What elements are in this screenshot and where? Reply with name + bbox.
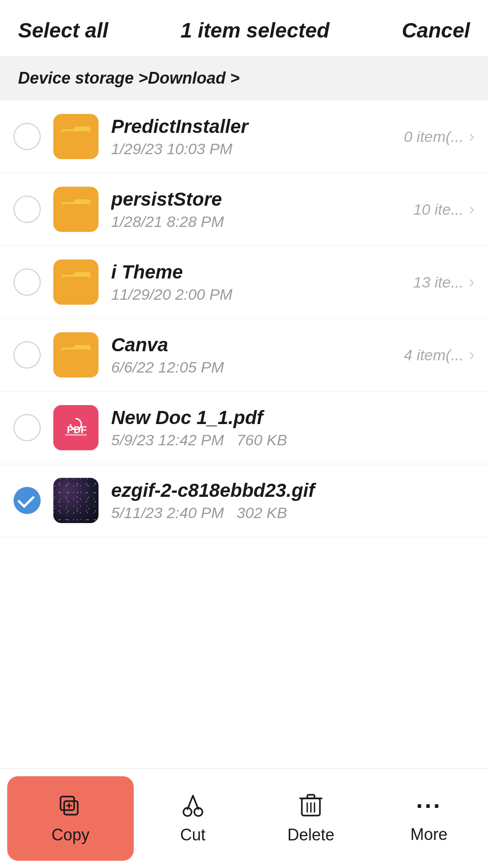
chevron-right-icon: › bbox=[469, 200, 474, 219]
svg-rect-11 bbox=[61, 797, 74, 810]
file-meta: 1/28/21 8:28 PM bbox=[111, 213, 406, 231]
list-item[interactable]: PDF New Doc 1_1.pdf 5/9/23 12:42 PM 760 … bbox=[0, 392, 488, 464]
gif-thumbnail bbox=[53, 478, 99, 523]
file-name: New Doc 1_1.pdf bbox=[111, 407, 467, 429]
more-icon: ··· bbox=[416, 793, 442, 818]
copy-button[interactable]: Copy bbox=[7, 776, 134, 861]
list-item[interactable]: PredictInstaller 1/29/23 10:03 PM 0 item… bbox=[0, 100, 488, 173]
top-bar: Select all 1 item selected Cancel bbox=[0, 0, 488, 56]
file-info: i Theme 11/29/20 2:00 PM bbox=[111, 261, 406, 303]
folder-icon bbox=[53, 259, 99, 305]
cut-icon bbox=[180, 793, 206, 818]
file-meta: 5/9/23 12:42 PM 760 KB bbox=[111, 431, 467, 449]
item-count: 0 item(... bbox=[404, 128, 464, 146]
folder-icon bbox=[53, 187, 99, 232]
select-checkbox[interactable] bbox=[14, 414, 41, 441]
file-info: Canva 6/6/22 12:05 PM bbox=[111, 334, 397, 376]
file-info: persistStore 1/28/21 8:28 PM bbox=[111, 189, 406, 231]
breadcrumb-text: Device storage >Download > bbox=[18, 69, 239, 87]
folder-icon bbox=[53, 114, 99, 159]
file-name: ezgif-2-c818ebbd23.gif bbox=[111, 480, 467, 501]
file-name: persistStore bbox=[111, 189, 406, 210]
list-item[interactable]: Canva 6/6/22 12:05 PM 4 item(... › bbox=[0, 319, 488, 392]
svg-rect-7 bbox=[61, 349, 90, 368]
copy-label: Copy bbox=[52, 826, 89, 844]
copy-icon bbox=[58, 793, 83, 818]
svg-rect-9 bbox=[65, 434, 87, 436]
file-info: PredictInstaller 1/29/23 10:03 PM bbox=[111, 116, 397, 158]
file-meta: 6/6/22 12:05 PM bbox=[111, 359, 397, 376]
file-count-area: 4 item(... › bbox=[404, 345, 474, 364]
file-meta: 5/11/23 2:40 PM 302 KB bbox=[111, 504, 467, 522]
cut-label: Cut bbox=[180, 826, 206, 844]
svg-line-17 bbox=[193, 796, 198, 809]
select-checkbox[interactable] bbox=[14, 196, 41, 223]
svg-rect-20 bbox=[307, 795, 314, 798]
file-count-area: 13 ite... › bbox=[413, 273, 474, 292]
chevron-right-icon: › bbox=[469, 273, 474, 292]
file-name: PredictInstaller bbox=[111, 116, 397, 137]
delete-icon bbox=[299, 793, 323, 818]
list-item[interactable]: i Theme 11/29/20 2:00 PM 13 ite... › bbox=[0, 246, 488, 319]
file-name: i Theme bbox=[111, 261, 406, 283]
delete-label: Delete bbox=[287, 826, 334, 844]
folder-icon bbox=[53, 332, 99, 377]
svg-rect-5 bbox=[61, 277, 90, 295]
select-checkbox[interactable] bbox=[14, 487, 41, 514]
svg-line-16 bbox=[188, 796, 193, 809]
pdf-icon: PDF bbox=[53, 405, 99, 450]
file-meta: 1/29/23 10:03 PM bbox=[111, 140, 397, 158]
file-count-area: 10 ite... › bbox=[413, 200, 474, 219]
file-list: PredictInstaller 1/29/23 10:03 PM 0 item… bbox=[0, 100, 488, 537]
svg-rect-1 bbox=[61, 131, 90, 149]
select-checkbox[interactable] bbox=[14, 269, 41, 296]
select-all-button[interactable]: Select all bbox=[18, 18, 108, 42]
more-button[interactable]: ··· More bbox=[370, 769, 488, 868]
select-checkbox[interactable] bbox=[14, 123, 41, 150]
cut-button[interactable]: Cut bbox=[134, 769, 252, 868]
item-count: 13 ite... bbox=[413, 274, 464, 291]
file-info: ezgif-2-c818ebbd23.gif 5/11/23 2:40 PM 3… bbox=[111, 480, 467, 522]
bottom-toolbar: Copy Cut Delete ··· More bbox=[0, 769, 488, 868]
select-checkbox[interactable] bbox=[14, 341, 41, 368]
item-count: 4 item(... bbox=[404, 346, 464, 364]
svg-rect-3 bbox=[61, 204, 90, 222]
selection-count: 1 item selected bbox=[180, 18, 329, 42]
chevron-right-icon: › bbox=[469, 345, 474, 364]
file-meta: 11/29/20 2:00 PM bbox=[111, 286, 406, 303]
list-item[interactable]: persistStore 1/28/21 8:28 PM 10 ite... › bbox=[0, 173, 488, 246]
list-item[interactable]: ezgif-2-c818ebbd23.gif 5/11/23 2:40 PM 3… bbox=[0, 464, 488, 537]
cancel-button[interactable]: Cancel bbox=[402, 18, 470, 42]
svg-rect-10 bbox=[64, 801, 78, 815]
file-info: New Doc 1_1.pdf 5/9/23 12:42 PM 760 KB bbox=[111, 407, 467, 449]
chevron-right-icon: › bbox=[469, 127, 474, 146]
breadcrumb: Device storage >Download > bbox=[0, 56, 488, 100]
file-count-area: 0 item(... › bbox=[404, 127, 474, 146]
delete-button[interactable]: Delete bbox=[252, 769, 370, 868]
more-label: More bbox=[410, 825, 447, 844]
file-name: Canva bbox=[111, 334, 397, 356]
item-count: 10 ite... bbox=[413, 201, 464, 218]
